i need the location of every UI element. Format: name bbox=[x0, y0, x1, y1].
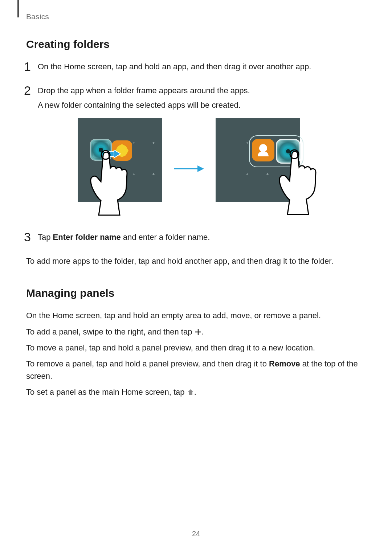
breadcrumb: Basics bbox=[26, 12, 49, 21]
svg-marker-4 bbox=[197, 165, 204, 172]
mp-line-5b: . bbox=[194, 387, 196, 397]
arrow-right-icon bbox=[173, 164, 204, 173]
step-3-bold: Enter folder name bbox=[53, 233, 121, 242]
page: Basics Creating folders 1 On the Home sc… bbox=[0, 0, 392, 554]
step-2-text-a: Drop the app when a folder frame appears… bbox=[38, 85, 364, 97]
header-tab-mark bbox=[17, 0, 19, 17]
home-icon bbox=[187, 387, 194, 394]
page-number: 24 bbox=[0, 530, 392, 538]
mp-line-1: On the Home screen, tap and hold an empt… bbox=[26, 309, 364, 322]
mp-line-2a: To add a panel, swipe to the right, and … bbox=[26, 327, 195, 336]
step-3-suffix: and enter a folder name. bbox=[121, 233, 210, 242]
figure-drag-drop bbox=[78, 118, 364, 219]
plus-icon bbox=[195, 327, 202, 334]
step-3: 3 Tap Enter folder name and enter a fold… bbox=[26, 231, 364, 243]
step-number: 1 bbox=[24, 57, 31, 76]
add-more-apps-text: To add more apps to the folder, tap and … bbox=[26, 255, 364, 267]
contacts-app-icon bbox=[252, 139, 274, 161]
step-2: 2 Drop the app when a folder frame appea… bbox=[26, 85, 364, 219]
step-1-text: On the Home screen, tap and hold an app,… bbox=[38, 61, 364, 73]
step-3-prefix: Tap bbox=[38, 233, 53, 242]
hand-pointer-icon bbox=[89, 147, 136, 216]
step-2-text-b: A new folder containing the selected app… bbox=[38, 99, 364, 111]
mp-line-4-bold: Remove bbox=[269, 359, 300, 368]
content-area: Creating folders 1 On the Home screen, t… bbox=[26, 38, 364, 402]
mp-line-2b: . bbox=[202, 327, 204, 336]
step-3-text: Tap Enter folder name and enter a folder… bbox=[38, 231, 364, 243]
mp-line-5a: To set a panel as the main Home screen, … bbox=[26, 387, 187, 397]
step-number: 3 bbox=[24, 227, 31, 247]
mp-line-2: To add a panel, swipe to the right, and … bbox=[26, 326, 364, 338]
steps-list: 1 On the Home screen, tap and hold an ap… bbox=[26, 61, 364, 243]
step-number: 2 bbox=[24, 81, 31, 100]
figure-right-wrap bbox=[216, 118, 300, 219]
mp-line-4: To remove a panel, tap and hold a panel … bbox=[26, 358, 364, 382]
mp-line-3: To move a panel, tap and hold a panel pr… bbox=[26, 342, 364, 354]
step-1: 1 On the Home screen, tap and hold an ap… bbox=[26, 61, 364, 73]
heading-creating-folders: Creating folders bbox=[26, 38, 364, 50]
svg-marker-8 bbox=[188, 389, 193, 395]
heading-managing-panels: Managing panels bbox=[26, 287, 364, 299]
mp-line-4a: To remove a panel, tap and hold a panel … bbox=[26, 359, 269, 368]
hand-pointer-icon bbox=[277, 146, 324, 215]
figure-left-wrap bbox=[78, 118, 162, 219]
mp-line-5: To set a panel as the main Home screen, … bbox=[26, 386, 364, 398]
